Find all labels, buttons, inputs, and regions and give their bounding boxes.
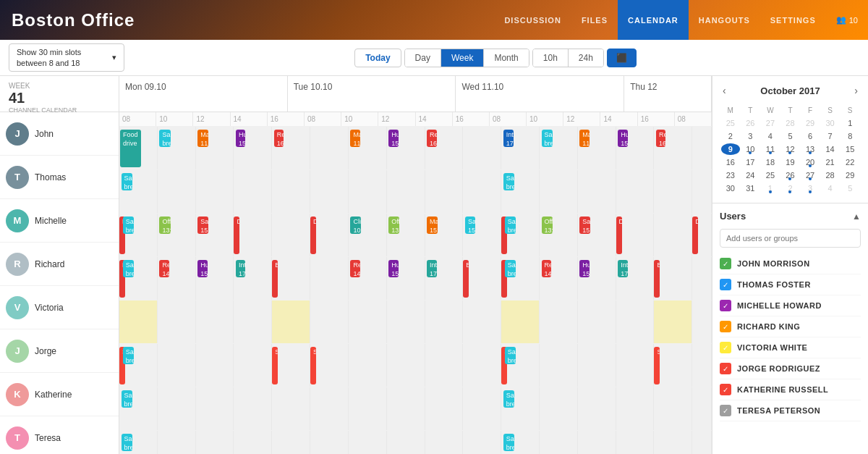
event-block[interactable]: Hub...15:00 bbox=[618, 130, 627, 147]
calendar-day[interactable]: 3 bbox=[801, 182, 820, 194]
calendar-day[interactable]: 22 bbox=[841, 156, 859, 168]
event-block[interactable]: Inter...17:00 bbox=[236, 260, 245, 277]
calendar-day[interactable]: 29 bbox=[801, 117, 820, 129]
user-item[interactable]: ✓ MICHELLE HOWARD bbox=[720, 295, 861, 316]
event-block[interactable]: Hub...15:00 bbox=[579, 260, 589, 277]
user-checkbox[interactable]: ✓ bbox=[720, 258, 731, 269]
calendar-day[interactable]: 28 bbox=[821, 169, 840, 181]
calendar-day[interactable]: 20 bbox=[801, 156, 820, 168]
event-block[interactable]: Sales brea09:00-11:0 bbox=[505, 260, 516, 277]
event-block[interactable]: Sales brea09:00-11:0 bbox=[122, 173, 133, 190]
users-panel-collapse-button[interactable]: ▲ bbox=[852, 211, 861, 222]
event-block[interactable]: Sales brea09:00-11:0 bbox=[122, 390, 133, 408]
calendar-day[interactable]: 19 bbox=[781, 156, 800, 168]
event-block[interactable]: Sales brea09:00-11:0 bbox=[122, 434, 133, 451]
event-block[interactable]: Hub...15:00 bbox=[197, 260, 207, 277]
event-block[interactable]: Hub...15:00 bbox=[388, 260, 398, 277]
user-checkbox[interactable]: ✓ bbox=[720, 279, 731, 290]
calendar-day[interactable]: 27 bbox=[801, 169, 820, 181]
calendar-day[interactable]: 2 bbox=[721, 130, 740, 142]
today-button[interactable]: Today bbox=[354, 49, 401, 67]
event-block[interactable]: Clien...10:00 bbox=[350, 217, 361, 234]
event-block[interactable]: Rep...16:30 bbox=[656, 130, 665, 147]
calendar-day[interactable]: 8 bbox=[841, 130, 859, 142]
nav-calendar[interactable]: CALENDAR bbox=[618, 0, 689, 40]
monitor-button[interactable]: ⬛ bbox=[607, 49, 637, 67]
event-block[interactable]: Sales brea09:00-11:0 bbox=[123, 260, 135, 277]
event-block[interactable]: D bbox=[234, 217, 239, 254]
user-checkbox[interactable]: ✓ bbox=[720, 384, 731, 395]
calendar-day[interactable]: 18 bbox=[761, 156, 780, 168]
event-block[interactable]: Rep...16:30 bbox=[427, 130, 436, 147]
user-checkbox[interactable]: ✓ bbox=[720, 363, 731, 374]
event-block[interactable]: E bbox=[272, 260, 278, 298]
calendar-day[interactable]: 4 bbox=[761, 130, 780, 142]
event-block[interactable]: D bbox=[692, 217, 698, 254]
calendar-day[interactable]: 7 bbox=[821, 130, 840, 142]
event-block[interactable]: Mar...11:30 bbox=[350, 130, 359, 147]
calendar-day[interactable]: 24 bbox=[741, 169, 760, 181]
event-block[interactable]: Sales brea09:00-11:0 bbox=[123, 217, 135, 234]
calendar-day[interactable]: 13 bbox=[801, 143, 820, 155]
calendar-day[interactable]: 15 bbox=[841, 143, 859, 155]
next-month-button[interactable]: › bbox=[851, 83, 861, 98]
event-block[interactable]: Offs...13:00 bbox=[542, 217, 553, 234]
event-block[interactable]: E bbox=[463, 260, 469, 298]
users-count-button[interactable]: 👥 10 bbox=[826, 15, 868, 25]
event-block[interactable]: S bbox=[272, 347, 278, 384]
user-checkbox[interactable]: ✓ bbox=[720, 321, 731, 332]
calendar-day[interactable]: 5 bbox=[841, 182, 859, 194]
event-block[interactable]: Intro...17:00 bbox=[503, 130, 514, 147]
calendar-day[interactable]: 1 bbox=[841, 117, 859, 129]
event-block[interactable]: Rep...14:00 bbox=[350, 260, 359, 277]
event-block[interactable]: Offs...13:00 bbox=[388, 217, 399, 234]
event-block[interactable]: Rep...16:30 bbox=[274, 130, 284, 147]
event-block[interactable]: D bbox=[616, 217, 622, 254]
event-block[interactable]: S bbox=[654, 347, 660, 384]
calendar-day[interactable]: 9 bbox=[721, 143, 740, 155]
calendar-day[interactable]: 27 bbox=[761, 117, 780, 129]
nav-hangouts[interactable]: HANGOUTS bbox=[689, 0, 760, 40]
event-block[interactable]: E bbox=[654, 260, 660, 298]
user-item[interactable]: ✓ VICTORIA WHITE bbox=[720, 337, 861, 358]
24h-button[interactable]: 24h bbox=[569, 49, 603, 67]
user-checkbox[interactable]: ✓ bbox=[720, 405, 731, 416]
event-block[interactable]: Mar...11:30 bbox=[197, 130, 208, 147]
calendar-day[interactable]: 23 bbox=[721, 169, 740, 181]
event-block[interactable]: Offs...13:00 bbox=[159, 217, 171, 234]
event-block[interactable]: D bbox=[310, 217, 316, 254]
event-block[interactable]: Sale...15:00 bbox=[465, 217, 476, 234]
calendar-day[interactable]: 17 bbox=[741, 156, 760, 168]
calendar-day[interactable]: 26 bbox=[781, 169, 800, 181]
calendar-day[interactable]: 30 bbox=[821, 117, 840, 129]
calendar-day[interactable]: 25 bbox=[721, 117, 740, 129]
calendar-day[interactable]: 5 bbox=[781, 130, 800, 142]
calendar-day[interactable]: 28 bbox=[781, 117, 800, 129]
calendar-day[interactable]: 16 bbox=[721, 156, 740, 168]
calendar-day[interactable]: 3 bbox=[741, 130, 760, 142]
calendar-day[interactable]: 11 bbox=[761, 143, 780, 155]
10h-button[interactable]: 10h bbox=[533, 49, 569, 67]
event-block[interactable]: Sales brea09:00-11:0 bbox=[505, 347, 516, 364]
calendar-day[interactable]: 29 bbox=[841, 169, 859, 181]
nav-discussion[interactable]: DISCUSSION bbox=[494, 0, 571, 40]
calendar-day[interactable]: 1 bbox=[761, 182, 780, 194]
week-view-button[interactable]: Week bbox=[441, 49, 484, 67]
event-block[interactable]: Mar...15:00 bbox=[427, 217, 438, 234]
calendar-day[interactable]: 25 bbox=[761, 169, 780, 181]
event-block[interactable]: Rep...14:00 bbox=[542, 260, 551, 277]
user-checkbox[interactable]: ✓ bbox=[720, 300, 731, 311]
calendar-day[interactable]: 21 bbox=[821, 156, 840, 168]
user-item[interactable]: ✓ JORGE RODRIGUEZ bbox=[720, 358, 861, 379]
event-block[interactable]: Inter...17:00 bbox=[618, 260, 627, 277]
user-item[interactable]: ✓ JOHN MORRISON bbox=[720, 253, 861, 274]
month-view-button[interactable]: Month bbox=[484, 49, 528, 67]
event-block[interactable]: Mar...11:30 bbox=[579, 130, 589, 147]
event-block[interactable]: Food drive bbox=[120, 130, 140, 167]
event-block[interactable]: Sales brea09:00-11:0 bbox=[159, 130, 171, 147]
event-block[interactable]: Inter...17:00 bbox=[427, 260, 436, 277]
event-block[interactable]: Hub...15:00 bbox=[236, 130, 245, 147]
day-view-button[interactable]: Day bbox=[405, 49, 441, 67]
event-block[interactable]: Sales brea09:00-11:0 bbox=[503, 173, 515, 190]
nav-settings[interactable]: SETTINGS bbox=[760, 0, 826, 40]
